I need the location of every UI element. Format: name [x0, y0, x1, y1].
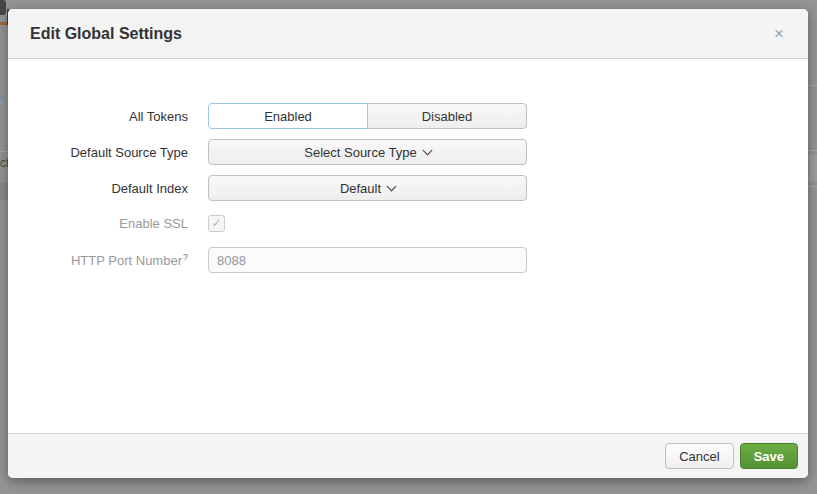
default-source-type-dropdown[interactable]: Select Source Type [208, 139, 527, 165]
all-tokens-enabled-button[interactable]: Enabled [208, 103, 368, 129]
bg-fragment-page-title [0, 0, 6, 15]
form-row-default-source-type: Default Source Type Select Source Type [8, 139, 527, 165]
chevron-down-icon [422, 145, 432, 155]
chevron-down-icon [387, 181, 397, 191]
bg-fragment-button-edge [809, 155, 817, 181]
bg-fragment-page-title-underline [0, 22, 7, 25]
all-tokens-disabled-button[interactable]: Disabled [367, 103, 527, 129]
default-index-label: Default Index [8, 181, 188, 196]
bg-fragment-row-divider [808, 85, 817, 86]
close-icon[interactable]: × [770, 23, 788, 44]
http-port-label: HTTP Port Number? [8, 252, 188, 268]
enable-ssl-label: Enable SSL [8, 216, 188, 231]
form-row-http-port: HTTP Port Number? [8, 247, 527, 273]
form-row-enable-ssl: Enable SSL ✓ [8, 210, 527, 236]
all-tokens-toggle: Enabled Disabled [208, 103, 527, 129]
save-button[interactable]: Save [740, 443, 798, 469]
dialog-title: Edit Global Settings [30, 25, 182, 43]
bg-fragment-link [0, 97, 4, 100]
dialog-header: Edit Global Settings × [8, 9, 808, 59]
bg-fragment-table-header [0, 183, 8, 200]
dialog-footer: Cancel Save [8, 433, 808, 478]
default-source-type-label: Default Source Type [8, 145, 188, 160]
default-index-value: Default [340, 181, 381, 196]
bg-fragment-row-divider [808, 186, 817, 187]
default-source-type-value: Select Source Type [304, 145, 417, 160]
all-tokens-label: All Tokens [8, 109, 188, 124]
bg-fragment-row-divider [808, 150, 817, 151]
help-icon: ? [183, 252, 188, 262]
cancel-button[interactable]: Cancel [665, 443, 733, 469]
enable-ssl-checkbox: ✓ [208, 215, 225, 232]
bg-fragment-divider [0, 151, 8, 152]
form-row-default-index: Default Index Default [8, 175, 527, 201]
http-port-input [208, 247, 527, 273]
bg-fragment-link [0, 102, 2, 104]
check-icon: ✓ [211, 217, 221, 229]
default-index-dropdown[interactable]: Default [208, 175, 527, 201]
edit-global-settings-dialog: Edit Global Settings × All Tokens Enable… [8, 9, 808, 478]
form-row-all-tokens: All Tokens Enabled Disabled [8, 103, 527, 129]
